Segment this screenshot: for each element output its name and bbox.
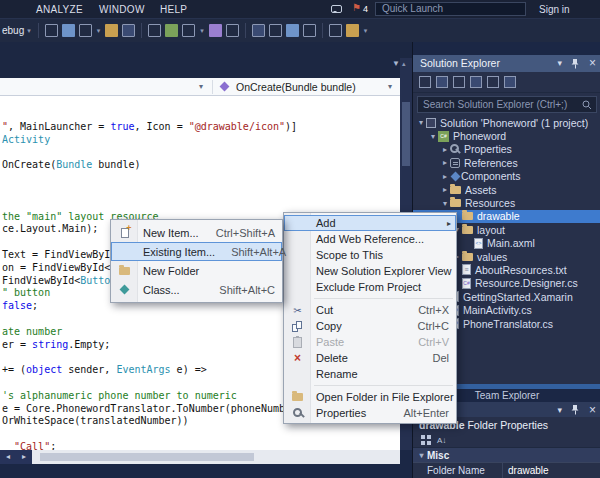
tree-item-solution[interactable]: ▾Solution 'Phoneword' (1 project) xyxy=(413,116,600,129)
menu-item-existing-item[interactable]: Existing Item... Shift+Alt+A xyxy=(111,242,282,261)
property-value-cell[interactable]: drawable xyxy=(503,465,549,476)
vertical-scroll-thumb[interactable] xyxy=(402,102,410,166)
toolbar-icon[interactable] xyxy=(329,24,342,37)
toolbar-icon[interactable] xyxy=(252,24,265,37)
tree-item-properties[interactable]: ▸Properties xyxy=(413,143,600,156)
toolbar-icon[interactable] xyxy=(269,24,282,37)
toolbar-icon[interactable] xyxy=(105,24,118,37)
toolbar-icon[interactable] xyxy=(122,24,135,37)
expander-icon[interactable]: ▾ xyxy=(416,118,426,127)
expander-icon[interactable]: ▾ xyxy=(416,451,427,460)
method-dropdown-chevron-icon[interactable]: ▾ xyxy=(388,82,392,91)
sync-with-active-document-icon[interactable] xyxy=(504,76,516,88)
horizontal-scroll-thumb[interactable] xyxy=(40,453,254,461)
show-all-files-icon[interactable] xyxy=(470,76,482,88)
chevron-down-icon[interactable]: ▾ xyxy=(27,27,31,35)
class-dropdown-chevron-icon[interactable]: ▾ xyxy=(199,82,203,91)
toolbar-icon[interactable] xyxy=(148,24,161,37)
delete-icon: × xyxy=(294,353,301,363)
editor-horizontal-scrollbar[interactable]: ◂ ▸ xyxy=(0,450,400,464)
menu-analyze[interactable]: ANALYZE xyxy=(36,4,83,15)
menu-item-cut[interactable]: ✂ Cut Ctrl+X xyxy=(284,302,456,318)
menu-window[interactable]: WINDOW xyxy=(99,4,145,15)
toolbar-icon[interactable] xyxy=(346,24,359,37)
chevron-down-icon[interactable]: ▾ xyxy=(364,27,368,35)
debug-configuration-dropdown[interactable]: ebug xyxy=(2,25,24,36)
scroll-left-icon[interactable]: ◂ xyxy=(0,450,16,464)
chevron-down-icon[interactable]: ▾ xyxy=(200,27,204,35)
menu-item-add[interactable]: Add ▸ xyxy=(284,215,456,231)
pin-icon[interactable] xyxy=(571,58,580,69)
menu-item-open-folder-in-file-explorer[interactable]: Open Folder in File Explorer xyxy=(284,389,456,405)
home-icon[interactable] xyxy=(419,76,431,88)
alphabetical-sort-icon[interactable]: A↓ xyxy=(437,436,446,445)
method-icon xyxy=(220,82,230,92)
close-icon[interactable]: × xyxy=(589,55,596,72)
menu-item-label: Scope to This xyxy=(316,249,449,261)
toolbar-icon[interactable] xyxy=(286,24,299,37)
tree-label: MainActivity.cs xyxy=(463,304,532,316)
toolbar-icon[interactable] xyxy=(209,24,222,37)
feedback-icon[interactable] xyxy=(331,5,342,13)
chevron-down-icon[interactable]: ▾ xyxy=(97,27,101,35)
toolbar-separator xyxy=(38,23,39,38)
notification-flag-icon[interactable]: ⚑ xyxy=(352,2,361,13)
menu-item-paste[interactable]: Paste Ctrl+V xyxy=(284,334,456,350)
toolbar-icon[interactable] xyxy=(45,24,58,37)
tab-team-explorer[interactable]: Team Explorer xyxy=(475,390,539,401)
menu-item-properties[interactable]: Properties Alt+Enter xyxy=(284,405,456,421)
toolbar-separator xyxy=(245,23,246,38)
expander-icon[interactable]: ▾ xyxy=(440,199,450,208)
search-input[interactable]: Search Solution Explorer (Ctrl+;) xyxy=(417,96,597,113)
close-icon[interactable]: × xyxy=(589,403,596,417)
solution-explorer-title-bar[interactable]: Solution Explorer ▾ × xyxy=(413,55,600,72)
categorized-icon[interactable] xyxy=(421,435,425,439)
expander-icon[interactable]: ▸ xyxy=(440,145,450,154)
properties-icon[interactable] xyxy=(453,76,465,88)
method-dropdown[interactable]: OnCreate(Bundle bundle) xyxy=(236,81,356,93)
menu-item-new-item[interactable]: New Item... Ctrl+Shift+A xyxy=(111,223,282,242)
property-row[interactable]: Folder Name drawable xyxy=(413,462,600,478)
menu-item-label: Class... xyxy=(143,284,203,296)
tree-item-components[interactable]: ▸Components xyxy=(413,170,600,183)
menu-item-rename[interactable]: Rename xyxy=(284,366,456,382)
menu-help[interactable]: HELP xyxy=(160,4,187,15)
expander-icon[interactable]: ▸ xyxy=(440,158,450,167)
toolbar-icon[interactable] xyxy=(303,24,316,37)
toolbar-icon[interactable] xyxy=(62,24,75,37)
menu-item-class[interactable]: Class... Shift+Alt+C xyxy=(111,280,282,299)
menu-item-delete[interactable]: × Delete Del xyxy=(284,350,456,366)
expander-icon[interactable]: ▾ xyxy=(428,132,438,141)
scroll-up-icon[interactable]: ▴ xyxy=(402,60,406,68)
menu-item-new-solution-explorer-view[interactable]: New Solution Explorer View xyxy=(284,263,456,279)
tree-item-references[interactable]: ▸References xyxy=(413,156,600,169)
tree-item-assets[interactable]: ▸Assets xyxy=(413,183,600,196)
menu-item-new-folder[interactable]: New Folder xyxy=(111,261,282,280)
window-position-chevron-icon[interactable]: ▾ xyxy=(557,405,562,415)
scroll-right-icon[interactable]: ▸ xyxy=(16,450,32,464)
tree-item-resources[interactable]: ▾Resources xyxy=(413,196,600,209)
menu-item-copy[interactable]: Copy Ctrl+C xyxy=(284,318,456,334)
notification-count: 4 xyxy=(363,4,368,14)
menu-item-exclude-from-project[interactable]: Exclude From Project xyxy=(284,279,456,295)
quick-launch-input[interactable]: Quick Launch xyxy=(375,2,526,16)
toolbar-icon[interactable] xyxy=(165,24,178,37)
property-category-row[interactable]: ▾ Misc xyxy=(413,448,600,462)
menu-item-add-web-reference[interactable]: Add Web Reference... xyxy=(284,231,456,247)
sign-in-link[interactable]: Sign in xyxy=(539,4,570,15)
expander-icon[interactable]: ▸ xyxy=(440,172,450,181)
toolbar-icon[interactable] xyxy=(182,24,195,37)
pin-icon[interactable] xyxy=(571,404,580,415)
tree-item-project[interactable]: ▾Phoneword xyxy=(413,129,600,142)
active-files-dropdown-icon[interactable]: ▼ xyxy=(392,59,400,68)
menu-item-scope-to-this[interactable]: Scope to This xyxy=(284,247,456,263)
property-name-cell[interactable]: Folder Name xyxy=(413,463,503,478)
toolbar-icon[interactable] xyxy=(226,24,239,37)
toolbar-icon[interactable] xyxy=(79,24,92,37)
tree-label: Resource.Designer.cs xyxy=(475,277,578,289)
expander-icon[interactable]: ▸ xyxy=(440,185,450,194)
wrench-icon xyxy=(293,408,303,418)
collapse-all-icon[interactable] xyxy=(436,76,448,88)
refresh-icon[interactable] xyxy=(487,76,499,88)
window-position-chevron-icon[interactable]: ▾ xyxy=(557,55,562,72)
